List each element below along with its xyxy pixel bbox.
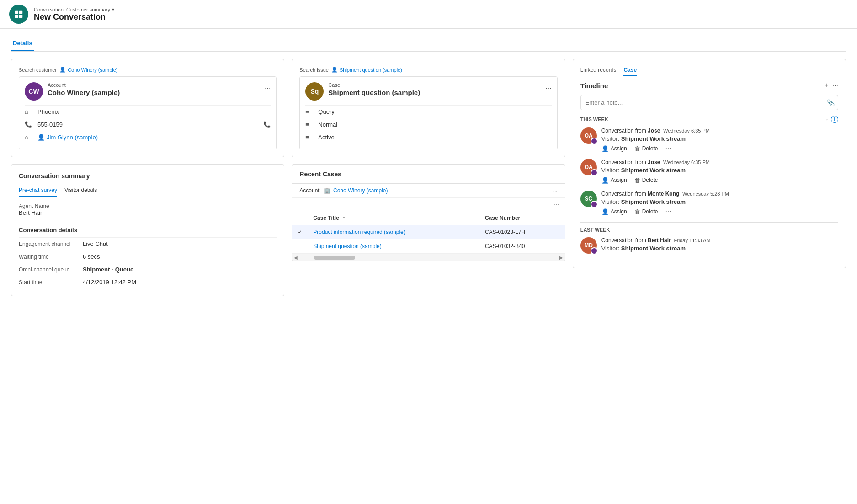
tab-linked-records[interactable]: Linked records xyxy=(580,67,617,76)
delete-button-2[interactable]: 🗑 Delete xyxy=(634,177,658,184)
rc-more-button[interactable]: ... xyxy=(553,187,558,194)
queue-value: Shipment - Queue xyxy=(83,266,133,273)
account-detail-card: CW Account Coho Winery (sample) ... ⌂ Ph… xyxy=(19,76,277,149)
row-check[interactable]: ✓ xyxy=(292,225,308,239)
category-icon: ≡ xyxy=(305,108,314,115)
tl-header-3: Conversation from Monte Kong Wednesday 5… xyxy=(601,191,838,197)
delete-button-1[interactable]: 🗑 Delete xyxy=(634,145,658,152)
delete-button-3[interactable]: 🗑 Delete xyxy=(634,208,658,215)
account-city-row: ⌂ Phoenix xyxy=(25,105,271,118)
chevron-down-icon[interactable]: ▾ xyxy=(112,7,114,12)
tab-bar: Details xyxy=(11,36,846,52)
header-subtitle: Conversation: Customer summary ▾ xyxy=(34,7,114,12)
start-time-row: Start time 4/12/2019 12:42 PM xyxy=(19,276,277,288)
rc-account-row: Account: 🏢 Coho Winery (sample) ... xyxy=(292,184,564,198)
scrollbar-thumb[interactable] xyxy=(314,256,355,260)
note-input-wrapper: 📎 xyxy=(580,95,838,110)
tl-more-2[interactable]: ··· xyxy=(665,176,671,184)
start-value: 4/12/2019 12:42 PM xyxy=(83,279,136,286)
tl-actions-2: 👤 Assign 🗑 Delete ··· xyxy=(601,176,838,184)
app-header: Conversation: Customer summary ▾ New Con… xyxy=(0,0,857,29)
horizontal-scrollbar[interactable]: ◀ ▶ xyxy=(292,254,564,261)
header-title-area: Conversation: Customer summary ▾ New Con… xyxy=(34,7,114,22)
customer-link[interactable]: 👤 Coho Winery (sample) xyxy=(59,67,117,73)
tl-avatar-4: MD xyxy=(580,237,597,254)
tab-details[interactable]: Details xyxy=(11,36,34,51)
table-row[interactable]: ✓ Product information required (sample) … xyxy=(292,225,564,239)
case-header: Sq Case Shipment question (sample) ... xyxy=(305,82,551,101)
customer-icon: 👤 xyxy=(59,67,66,73)
case-title-cell: Product information required (sample) xyxy=(308,225,479,239)
timeline-more-button[interactable]: ··· xyxy=(832,81,838,90)
rc-account-icon: 🏢 xyxy=(324,187,330,194)
tl-body-4: Visitor: Shipment Work stream xyxy=(601,245,838,252)
page-title: New Conversation xyxy=(34,12,114,22)
case-title-link[interactable]: Product information required (sample) xyxy=(313,229,405,235)
case-number-header[interactable]: Case Number xyxy=(479,211,565,225)
scroll-right-arrow[interactable]: ▶ xyxy=(559,255,563,260)
main-grid: Search customer 👤 Coho Winery (sample) C… xyxy=(11,59,846,296)
attach-icon: 📎 xyxy=(827,99,835,106)
case-title-header[interactable]: Case Title ↑ xyxy=(308,211,479,225)
tl-body-2: Visitor: Shipment Work stream xyxy=(601,167,838,174)
tl-badge-1 xyxy=(591,138,598,145)
tl-avatar-1: OA xyxy=(580,127,597,144)
scroll-left-arrow[interactable]: ◀ xyxy=(294,255,298,260)
cs-section-title: Conversation details xyxy=(19,222,277,233)
svg-rect-1 xyxy=(19,11,22,14)
assign-button-1[interactable]: 👤 Assign xyxy=(601,145,627,152)
tl-more-3[interactable]: ··· xyxy=(665,207,671,216)
account-type: Account xyxy=(48,82,265,88)
tl-content-3: Conversation from Monte Kong Wednesday 5… xyxy=(601,191,838,216)
tl-actions-3: 👤 Assign 🗑 Delete ··· xyxy=(601,207,838,216)
tab-pre-chat[interactable]: Pre-chat survey xyxy=(19,184,57,197)
case-priority: Normal xyxy=(318,121,551,128)
tl-badge-2 xyxy=(591,169,598,176)
status-icon: ≡ xyxy=(305,134,314,141)
last-week-label: LAST WEEK xyxy=(580,222,838,233)
tab-visitor-details[interactable]: Visitor details xyxy=(64,184,97,197)
queue-label: Omni-channel queue xyxy=(19,266,83,273)
info-icon[interactable]: i xyxy=(831,116,838,123)
rc-account-link[interactable]: Coho Winery (sample) xyxy=(333,187,388,194)
contact-link[interactable]: 👤 Jim Glynn (sample) xyxy=(37,134,98,141)
add-timeline-button[interactable]: + xyxy=(824,81,828,90)
case-info: Case Shipment question (sample) xyxy=(328,82,545,96)
case-avatar: Sq xyxy=(305,82,324,101)
rc-inner-more[interactable]: ··· xyxy=(292,198,564,211)
logo-icon xyxy=(14,9,24,19)
tl-actions-1: 👤 Assign 🗑 Delete ··· xyxy=(601,144,838,153)
recent-cases-table: Case Title ↑ Case Number ✓ Product infor… xyxy=(292,211,564,254)
middle-column: Search issue 👤 Shipment question (sample… xyxy=(292,59,565,261)
engagement-label: Engagement channel xyxy=(19,241,83,247)
assign-button-3[interactable]: 👤 Assign xyxy=(601,208,627,215)
sort-down-icon[interactable]: ↓ xyxy=(825,116,828,123)
waiting-time-row: Waiting time 6 secs xyxy=(19,250,277,263)
timeline-item-2: OA Conversation from Jose Wednesday 6:35… xyxy=(580,159,838,184)
app-logo xyxy=(9,5,28,24)
rc-inner-table: Case Title ↑ Case Number ✓ Product infor… xyxy=(292,211,564,254)
case-title-link-2[interactable]: Shipment question (sample) xyxy=(313,243,381,249)
agent-name-label: Agent Name xyxy=(19,203,277,209)
case-more-button[interactable]: ... xyxy=(545,82,551,90)
waiting-label: Waiting time xyxy=(19,254,83,260)
case-detail-card: Sq Case Shipment question (sample) ... ≡… xyxy=(299,76,557,149)
start-label: Start time xyxy=(19,279,83,286)
case-number-cell: CAS-01032-B40 xyxy=(479,239,565,254)
case-category-row: ≡ Query xyxy=(305,105,551,118)
delete-icon-1: 🗑 xyxy=(634,145,640,152)
table-row[interactable]: Shipment question (sample) CAS-01032-B40 xyxy=(292,239,564,254)
account-more-button[interactable]: ... xyxy=(265,82,271,90)
issue-link[interactable]: 👤 Shipment question (sample) xyxy=(331,67,402,73)
tab-case[interactable]: Case xyxy=(623,67,637,76)
case-category: Query xyxy=(318,108,551,115)
call-button[interactable]: 📞 xyxy=(263,121,271,128)
note-input[interactable] xyxy=(580,95,838,110)
cs-tabs: Pre-chat survey Visitor details xyxy=(19,184,277,197)
table-header-row: Case Title ↑ Case Number xyxy=(292,211,564,225)
assign-button-2[interactable]: 👤 Assign xyxy=(601,177,627,184)
customer-card: Search customer 👤 Coho Winery (sample) C… xyxy=(11,59,284,157)
account-info: Account Coho Winery (sample) xyxy=(48,82,265,96)
tl-more-1[interactable]: ··· xyxy=(665,144,671,153)
conversation-summary-card: Conversation summary Pre-chat survey Vis… xyxy=(11,164,284,296)
